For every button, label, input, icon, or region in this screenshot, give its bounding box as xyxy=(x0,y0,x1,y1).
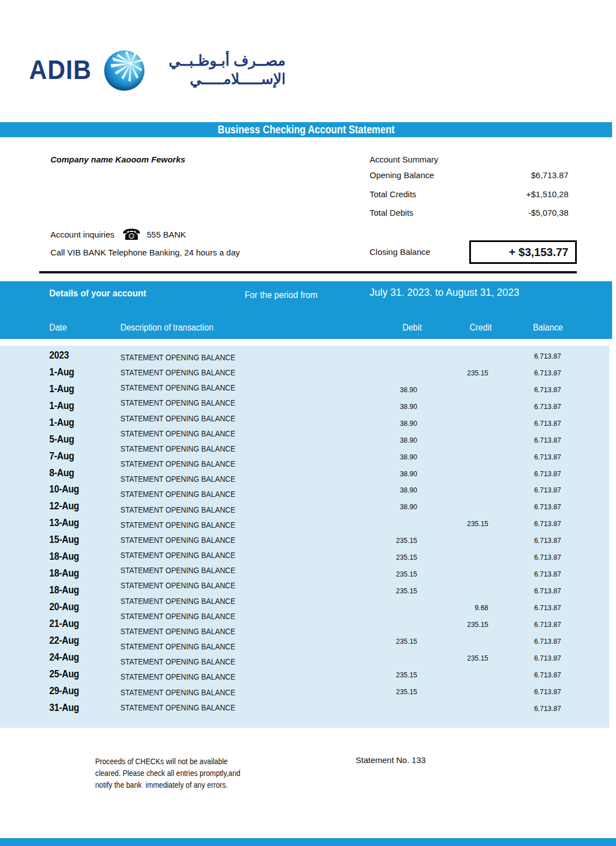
transaction-balance: 6.713.87 xyxy=(507,620,561,629)
transaction-balance: 6.713.87 xyxy=(507,570,561,578)
statement-title: Business Checking Account Statement xyxy=(218,123,395,136)
transaction-date: 7-Aug xyxy=(49,450,74,462)
transaction-balance: 6.713.87 xyxy=(507,402,561,411)
footer-notice: Proceeds of CHECKs will not be available… xyxy=(95,755,240,791)
transaction-date: 24-Aug xyxy=(49,651,79,663)
transaction-description: STATEMENT OPENING BALANCE xyxy=(120,489,235,499)
transaction-date: 15-Aug xyxy=(49,533,79,546)
adib-wordmark: ADIB xyxy=(29,54,91,85)
transaction-balance: 6.713.87 xyxy=(507,536,561,545)
transaction-debit: 38.90 xyxy=(363,453,417,461)
transaction-debit: 38.90 xyxy=(363,470,417,478)
transaction-balance: 6.713.87 xyxy=(507,436,561,444)
transaction-date: 12-Aug xyxy=(49,500,79,512)
transaction-debit: 235.15 xyxy=(363,536,417,545)
transaction-credit: 9.68 xyxy=(437,603,488,612)
transaction-description: STATEMENT OPENING BALANCE xyxy=(120,657,235,666)
account-summary-title: Account Summary xyxy=(370,155,438,164)
transaction-description: STATEMENT OPENING BALANCE xyxy=(120,596,235,606)
transaction-description: STATEMENT OPENING BALANCE xyxy=(120,459,235,468)
transaction-credit: 235.15 xyxy=(437,654,488,662)
transaction-debit: 235.15 xyxy=(363,553,417,561)
closing-balance-box: + $3,153.77 xyxy=(469,240,577,264)
closing-balance-value: + $3,153.77 xyxy=(509,246,575,259)
company-name: Company name Kaooom Feworks xyxy=(50,155,185,164)
opening-balance-label: Opening Balance xyxy=(370,170,434,180)
transaction-description: STATEMENT OPENING BALANCE xyxy=(120,352,235,362)
transaction-balance: 6.713.87 xyxy=(507,603,561,612)
transaction-balance: 6.713.87 xyxy=(507,519,561,528)
transaction-debit: 235.15 xyxy=(363,671,417,679)
transaction-debit: 38.90 xyxy=(363,436,417,444)
transaction-date: 20-Aug xyxy=(49,601,79,613)
transaction-date: 1-Aug xyxy=(49,416,74,429)
transaction-description: STATEMENT OPENING BALANCE xyxy=(120,505,235,514)
transaction-description: STATEMENT OPENING BALANCE xyxy=(120,672,235,681)
statement-title-banner: Business Checking Account Statement xyxy=(0,122,612,137)
transaction-description: STATEMENT OPENING BALANCE xyxy=(120,611,235,621)
period-label: For the period from xyxy=(245,290,318,301)
transaction-date: 10-Aug xyxy=(49,483,79,495)
transaction-debit: 235.15 xyxy=(363,570,417,578)
divider-rule xyxy=(39,271,577,273)
total-debits-label: Total Debits xyxy=(370,208,413,217)
transaction-debit: 38.90 xyxy=(363,419,417,427)
transaction-date: 1-Aug xyxy=(49,399,74,412)
transaction-balance: 6.713.87 xyxy=(507,352,561,360)
transaction-balance: 6.713.87 xyxy=(507,503,561,511)
transaction-balance: 6.713.87 xyxy=(507,385,561,394)
transaction-date: 18-Aug xyxy=(49,550,79,563)
total-credits-label: Total Credits xyxy=(370,189,416,199)
transaction-date: 2023 xyxy=(49,349,69,361)
transaction-debit: 38.90 xyxy=(363,503,417,511)
transaction-balance: 6.713.87 xyxy=(507,486,561,494)
telephone-banking-line: Call VIB BANK Telephone Banking, 24 hour… xyxy=(50,248,240,257)
transaction-balance: 6.713.87 xyxy=(507,654,561,662)
bottom-accent-bar xyxy=(0,838,616,846)
arabic-line1: مصــرف أبـوظـبــي xyxy=(156,52,286,70)
transactions-table: 20236.713.871-Aug235.156.713.871-Aug38.9… xyxy=(0,346,609,728)
notice-line1: Proceeds of CHECKs will not be available xyxy=(95,756,228,766)
adib-arabic-name: مصــرف أبـوظـبــي الإســـــلامـــــي xyxy=(156,52,286,89)
transaction-debit: 38.90 xyxy=(363,402,417,411)
telephone-icon: ☎ xyxy=(122,226,141,244)
transaction-description: STATEMENT OPENING BALANCE xyxy=(120,687,235,697)
column-header-debit: Debit xyxy=(367,323,422,333)
closing-balance-label: Closing Balance xyxy=(370,247,430,257)
transaction-balance: 6.713.87 xyxy=(507,419,561,427)
transaction-debit: 235.15 xyxy=(363,687,417,696)
transaction-description: STATEMENT OPENING BALANCE xyxy=(120,550,235,560)
details-title: Details of your account xyxy=(49,288,146,299)
transaction-balance: 6.713.87 xyxy=(507,704,561,713)
transaction-balance: 6.713.87 xyxy=(507,453,561,461)
transaction-date: 21-Aug xyxy=(49,617,79,630)
transaction-date: 29-Aug xyxy=(49,685,79,697)
transaction-description: STATEMENT OPENING BALANCE xyxy=(120,520,235,529)
transaction-credit: 235.15 xyxy=(437,519,488,528)
transaction-description: STATEMENT OPENING BALANCE xyxy=(120,474,235,484)
transaction-credit: 235.15 xyxy=(437,369,488,377)
transaction-debit: 235.15 xyxy=(363,587,417,595)
account-inquiries-label: Account inquiries xyxy=(50,230,114,239)
column-header-balance: Balance xyxy=(508,323,563,333)
transaction-balance: 6.713.87 xyxy=(507,470,561,478)
transaction-description: STATEMENT OPENING BALANCE xyxy=(120,703,235,712)
notice-line3: notify the bank immediately of any error… xyxy=(95,780,228,789)
transaction-description: STATEMENT OPENING BALANCE xyxy=(120,580,235,590)
column-header-credit: Credit xyxy=(440,323,492,333)
transaction-debit: 235.15 xyxy=(363,637,417,645)
transaction-description: STATEMENT OPENING BALANCE xyxy=(120,413,235,423)
transaction-balance: 6.713.87 xyxy=(507,553,561,561)
transaction-debit: 38.90 xyxy=(363,486,417,494)
column-header-date: Date xyxy=(49,323,67,333)
transaction-date: 22-Aug xyxy=(49,634,79,647)
starburst-icon xyxy=(104,50,144,91)
statement-number: Statement No. 133 xyxy=(356,755,426,765)
transaction-description: STATEMENT OPENING BALANCE xyxy=(120,535,235,545)
transaction-balance: 6.713.87 xyxy=(507,687,561,696)
opening-balance-value: $6,713.87 xyxy=(456,170,568,180)
total-debits-value: -$5,070,38 xyxy=(456,208,568,217)
transaction-description: STATEMENT OPENING BALANCE xyxy=(120,642,235,651)
adib-globe-icon xyxy=(104,50,144,91)
notice-line2: cleared. Please check all entries prompt… xyxy=(95,768,240,778)
